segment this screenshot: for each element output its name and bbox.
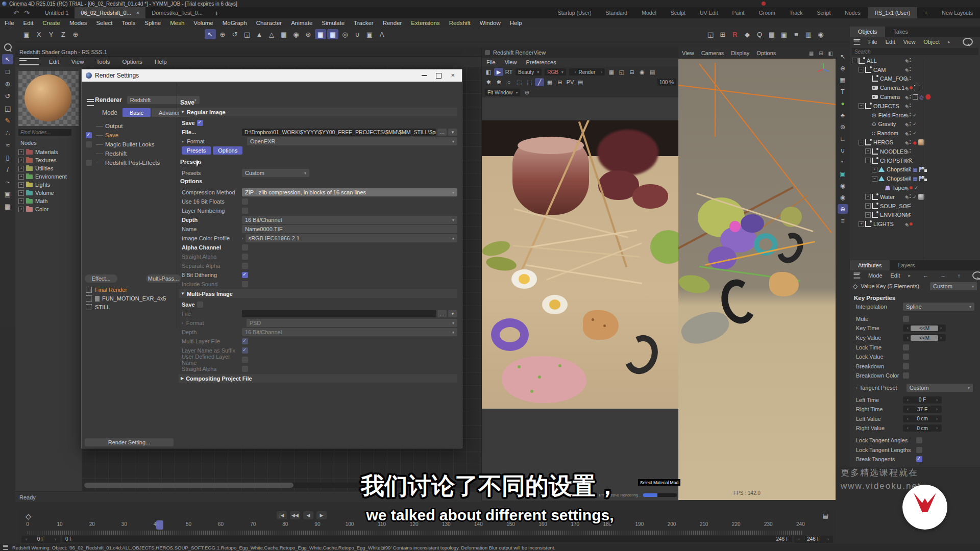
lay-icon[interactable]: ◆ bbox=[905, 77, 908, 81]
channel-dropdown[interactable]: RGB▾ bbox=[545, 68, 566, 76]
lay-icon[interactable]: ◆ bbox=[905, 113, 908, 117]
ruler-icon[interactable]: ∟ bbox=[838, 134, 848, 143]
menu-extensions[interactable]: Extensions bbox=[406, 20, 444, 26]
snap-grid-a-icon[interactable]: ▦ bbox=[315, 29, 326, 39]
node-category[interactable]: +Textures bbox=[18, 156, 81, 164]
menu-mesh[interactable]: Mesh bbox=[165, 20, 189, 26]
vp-menu-display[interactable]: Display bbox=[727, 50, 753, 56]
dots-icon[interactable] bbox=[910, 213, 911, 217]
sg-menu-edit[interactable]: Edit bbox=[43, 59, 65, 65]
tree-icon[interactable]: ♣ bbox=[838, 110, 848, 120]
rotate-tool-icon[interactable]: ↺ bbox=[229, 29, 240, 39]
lay-icon[interactable]: ◆ bbox=[905, 104, 908, 108]
expander-icon[interactable]: − bbox=[852, 58, 857, 63]
rotate-icon[interactable]: ↺ bbox=[2, 91, 13, 101]
poly-mode-icon[interactable]: ▦ bbox=[278, 29, 289, 39]
checkbox-use-16-bit-floats[interactable] bbox=[242, 198, 248, 205]
sg-menu-help[interactable]: Help bbox=[149, 59, 173, 65]
file-options-button[interactable]: ▾ bbox=[448, 310, 457, 317]
expander-icon[interactable]: − bbox=[859, 67, 864, 72]
menu-window[interactable]: Window bbox=[475, 20, 505, 26]
move-tool-icon[interactable]: ⊕ bbox=[217, 29, 228, 39]
dropdown-depth[interactable]: 16 Bit/Channel▾ bbox=[242, 216, 457, 224]
crop-icon[interactable]: ◱ bbox=[617, 68, 626, 76]
dots-icon[interactable] bbox=[910, 77, 911, 81]
search-icon[interactable] bbox=[968, 272, 980, 279]
image-icon[interactable]: ▦ bbox=[545, 78, 554, 86]
sg-menu-view[interactable]: View bbox=[65, 59, 90, 65]
lay-icon[interactable]: ◆ bbox=[905, 194, 908, 199]
expander-icon[interactable]: + bbox=[872, 167, 877, 172]
om-menu-object[interactable]: Object bbox=[919, 39, 944, 45]
checkbox-straight-alpha[interactable] bbox=[242, 366, 248, 372]
object-tree-row[interactable]: −Chopstick◆▦ bbox=[850, 174, 980, 183]
teal-diamond-icon[interactable]: ◆ bbox=[742, 29, 753, 39]
close-tab-icon[interactable]: × bbox=[136, 10, 139, 16]
close-button[interactable]: × bbox=[451, 73, 455, 78]
render-setting-button[interactable]: Render Setting... bbox=[85, 438, 174, 446]
expander-icon[interactable]: − bbox=[872, 176, 877, 182]
object-tree-row[interactable]: Taper◆✓ bbox=[850, 183, 980, 192]
object-tree-row[interactable]: +Chopstick◆▦ bbox=[850, 165, 980, 174]
snapshot-icon[interactable]: ◉ bbox=[638, 68, 647, 76]
axis-z-icon[interactable]: Z bbox=[58, 29, 69, 39]
at-menu-mode[interactable]: Mode bbox=[864, 272, 887, 279]
sliders-icon[interactable]: ≡ bbox=[838, 216, 848, 226]
menu-character[interactable]: Character bbox=[252, 20, 287, 26]
node-category[interactable]: +Utilities bbox=[18, 164, 81, 172]
cursor-icon[interactable]: ↖ bbox=[838, 52, 848, 61]
render-preset-item[interactable]: Final Render bbox=[86, 286, 127, 294]
brush-icon[interactable]: ≈ bbox=[2, 140, 13, 150]
dots-icon[interactable] bbox=[910, 113, 911, 117]
region-b-icon[interactable]: ⬚ bbox=[525, 78, 534, 86]
dialog-titlebar[interactable]: Render Settings × bbox=[82, 69, 462, 82]
lay-icon[interactable]: ◆ bbox=[905, 122, 908, 127]
menu-animate[interactable]: Animate bbox=[286, 20, 317, 26]
expander-icon[interactable]: + bbox=[18, 207, 24, 212]
settings-tree-item[interactable]: Output bbox=[86, 121, 175, 131]
dropdown-presets[interactable]: Custom▾ bbox=[242, 169, 309, 177]
object-tree-row[interactable]: +SOUP_SOF◆ bbox=[850, 202, 980, 211]
presets-button[interactable]: Presets bbox=[182, 146, 211, 155]
aov-dropdown[interactable]: Beauty▾ bbox=[516, 68, 542, 76]
expander-icon[interactable]: + bbox=[865, 148, 871, 154]
object-tree-row[interactable]: −HEROS◆◆ bbox=[850, 138, 980, 147]
add-layout-button[interactable]: + bbox=[917, 10, 935, 16]
lay-icon[interactable]: ◆ bbox=[905, 58, 908, 63]
checkbox-save[interactable] bbox=[197, 302, 203, 308]
dots-icon[interactable] bbox=[910, 67, 911, 72]
node-category[interactable]: +Color bbox=[18, 205, 81, 213]
model-mode-icon[interactable]: ▲ bbox=[254, 29, 265, 39]
vp-window-icon[interactable]: ⊞ bbox=[816, 51, 825, 56]
dots-icon[interactable] bbox=[910, 95, 911, 99]
rv-menu-file[interactable]: File bbox=[482, 59, 500, 65]
range-field[interactable]: 0 F 246 F bbox=[62, 536, 792, 542]
menu-tools[interactable]: Tools bbox=[117, 20, 140, 26]
object-tree-row[interactable]: ∷Random◆✓ bbox=[850, 129, 980, 138]
axis-y-icon[interactable]: Y bbox=[45, 29, 57, 39]
dots-icon[interactable] bbox=[910, 158, 911, 163]
tab-objects[interactable]: Objects bbox=[850, 27, 885, 37]
lay-icon[interactable]: ◆ bbox=[905, 177, 908, 181]
document-tab[interactable]: 06_02_Redshift_0...× bbox=[75, 7, 145, 18]
menu-select[interactable]: Select bbox=[91, 20, 117, 26]
tgt-icon[interactable] bbox=[914, 85, 919, 90]
settings-tree-item[interactable]: Redshift bbox=[86, 149, 175, 158]
cube-icon[interactable]: ▣ bbox=[2, 189, 13, 199]
browse-button[interactable]: … bbox=[437, 129, 447, 136]
dialog-menu-icon[interactable] bbox=[87, 99, 94, 106]
timeline-range-strip[interactable] bbox=[28, 531, 803, 535]
dots-icon[interactable] bbox=[910, 131, 911, 136]
menu-redshift[interactable]: Redshift bbox=[445, 20, 475, 26]
node-category[interactable]: +Lights bbox=[18, 181, 81, 189]
stepper-left-time[interactable]: ‹0 F› bbox=[903, 396, 942, 404]
checkbox-lock-time[interactable] bbox=[903, 344, 909, 350]
stack-icon[interactable]: ▤ bbox=[576, 78, 585, 86]
qr-green-icon[interactable]: Q bbox=[754, 29, 765, 39]
chevron-down-icon[interactable]: ▾ bbox=[182, 139, 184, 144]
dots-icon[interactable] bbox=[910, 167, 911, 172]
gear-icon[interactable]: ⊛ bbox=[838, 122, 848, 132]
settings-tree-item[interactable]: Redshift Post-Effects bbox=[86, 158, 175, 167]
rv-menu-preferences[interactable]: Preferences bbox=[521, 59, 560, 65]
flag-icon[interactable] bbox=[919, 167, 920, 172]
